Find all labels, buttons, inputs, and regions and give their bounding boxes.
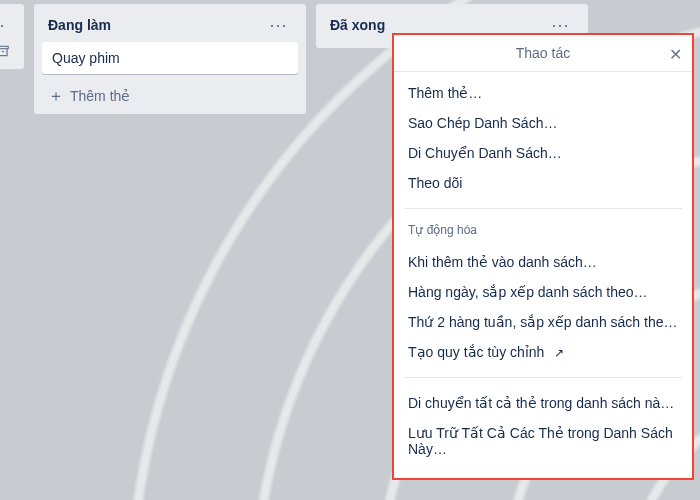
list-header: ⋯ (0, 10, 16, 42)
action-daily-sort[interactable]: Hàng ngày, sắp xếp danh sách theo… (394, 277, 692, 307)
plus-icon: ＋ (48, 88, 64, 104)
popup-section-footer: Di chuyển tất cả thẻ trong danh sách này… (394, 382, 692, 470)
external-arrow-icon: ↗ (554, 346, 564, 360)
action-add-card[interactable]: Thêm thẻ… (394, 78, 692, 108)
action-weekly-sort[interactable]: Thứ 2 hàng tuần, sắp xếp danh sách theo… (394, 307, 692, 337)
popup-section-main: Thêm thẻ… Sao Chép Danh Sách… Di Chuyển … (394, 72, 692, 204)
close-icon[interactable]: ✕ (669, 45, 682, 64)
list-partial: ⋯ (0, 4, 24, 69)
list-doing: Đang làm ⋯ Quay phim ＋ Thêm thẻ (34, 4, 306, 114)
popup-section-automation: Khi thêm thẻ vào danh sách… Hàng ngày, s… (394, 241, 692, 373)
archive-icon[interactable] (0, 42, 16, 63)
divider (404, 377, 682, 378)
divider (404, 208, 682, 209)
action-copy-list[interactable]: Sao Chép Danh Sách… (394, 108, 692, 138)
action-when-add-card[interactable]: Khi thêm thẻ vào danh sách… (394, 247, 692, 277)
action-custom-rule-label: Tạo quy tắc tùy chỉnh (408, 344, 544, 360)
svg-rect-0 (0, 46, 8, 48)
action-archive-all-cards[interactable]: Lưu Trữ Tất Cả Các Thẻ trong Danh Sách N… (394, 418, 692, 464)
add-card-button[interactable]: ＋ Thêm thẻ (42, 82, 298, 108)
list-actions-popup: Thao tác ✕ Thêm thẻ… Sao Chép Danh Sách…… (394, 35, 692, 478)
action-custom-rule[interactable]: Tạo quy tắc tùy chỉnh ↗ (394, 337, 692, 367)
card[interactable]: Quay phim (42, 42, 298, 74)
list-title[interactable]: Đang làm (48, 17, 111, 33)
more-icon[interactable]: ⋯ (263, 14, 294, 36)
action-watch[interactable]: Theo dõi (394, 168, 692, 198)
popup-header: Thao tác ✕ (394, 35, 692, 72)
more-icon[interactable]: ⋯ (0, 14, 12, 36)
popup-title: Thao tác (516, 45, 570, 61)
action-move-list[interactable]: Di Chuyển Danh Sách… (394, 138, 692, 168)
list-header: Đang làm ⋯ (42, 10, 298, 42)
list-actions-popup-highlight: Thao tác ✕ Thêm thẻ… Sao Chép Danh Sách…… (392, 33, 694, 480)
list-title[interactable]: Đã xong (330, 17, 385, 33)
add-card-label: Thêm thẻ (70, 88, 130, 104)
action-move-all-cards[interactable]: Di chuyển tất cả thẻ trong danh sách này… (394, 388, 692, 418)
popup-subtitle-automation: Tự động hóa (394, 213, 692, 241)
